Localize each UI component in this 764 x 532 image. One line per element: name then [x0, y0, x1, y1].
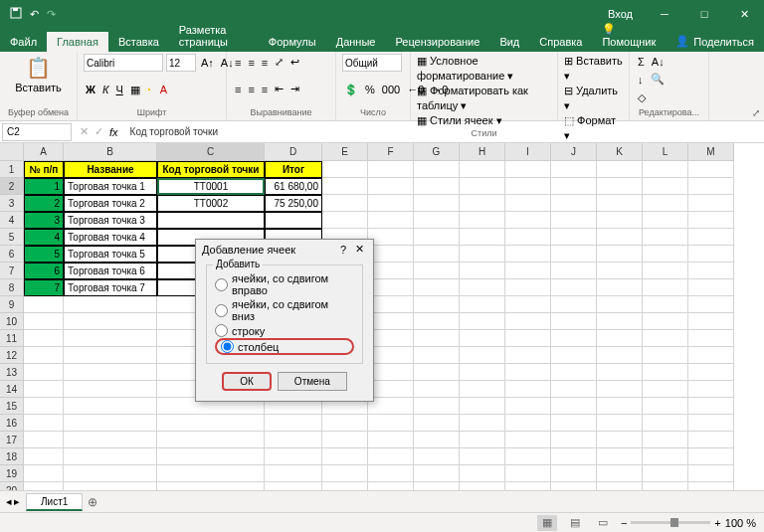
cell[interactable] — [551, 296, 597, 313]
cell[interactable] — [643, 229, 688, 246]
indent-dec-icon[interactable]: ⇤ — [273, 81, 286, 97]
cell[interactable] — [597, 178, 643, 195]
tab-formulas[interactable]: Формулы — [259, 32, 326, 52]
view-break-icon[interactable]: ▭ — [593, 515, 613, 531]
cell[interactable] — [414, 212, 460, 229]
cell[interactable] — [551, 330, 597, 347]
cell[interactable] — [688, 161, 734, 178]
col-header[interactable]: C — [157, 143, 265, 161]
dialog-close-button[interactable]: ✕ — [351, 243, 367, 256]
cell[interactable] — [551, 313, 597, 330]
cell[interactable] — [505, 212, 551, 229]
sheet-next-icon[interactable]: ▸ — [14, 495, 20, 508]
cell[interactable] — [157, 415, 265, 432]
col-header[interactable]: A — [24, 143, 64, 161]
comma-icon[interactable]: 000 — [380, 82, 402, 97]
row-header[interactable]: 14 — [0, 381, 24, 398]
cell[interactable] — [414, 364, 460, 381]
cell[interactable] — [368, 212, 414, 229]
cell[interactable] — [643, 246, 688, 263]
cell[interactable] — [551, 432, 597, 448]
cell[interactable]: 6 — [24, 263, 64, 279]
cell[interactable] — [368, 415, 414, 432]
cell[interactable] — [265, 448, 322, 465]
cell[interactable] — [322, 195, 368, 212]
cell[interactable] — [688, 347, 734, 364]
font-size-select[interactable] — [166, 54, 196, 72]
sort-icon[interactable]: A↓ — [650, 54, 667, 70]
cell[interactable] — [505, 178, 551, 195]
cell[interactable] — [368, 313, 414, 330]
currency-icon[interactable]: 💲 — [342, 82, 360, 98]
tab-home[interactable]: Главная — [47, 32, 108, 52]
cell[interactable] — [414, 195, 460, 212]
cell[interactable] — [505, 347, 551, 364]
cell[interactable] — [414, 178, 460, 195]
row-header[interactable]: 6 — [0, 246, 24, 263]
close-button[interactable]: ✕ — [724, 0, 764, 28]
cell[interactable] — [643, 178, 688, 195]
cell[interactable] — [597, 330, 643, 347]
cell[interactable] — [643, 448, 688, 465]
cell[interactable]: 3 — [24, 212, 64, 229]
cell[interactable] — [368, 161, 414, 178]
cell[interactable] — [551, 448, 597, 465]
cell[interactable] — [597, 246, 643, 263]
cell[interactable] — [688, 296, 734, 313]
row-header[interactable]: 17 — [0, 432, 24, 448]
percent-icon[interactable]: % — [363, 82, 377, 97]
cell[interactable] — [551, 246, 597, 263]
row-header[interactable]: 8 — [0, 279, 24, 296]
cell[interactable] — [551, 212, 597, 229]
paste-button[interactable]: 📋Вставить — [6, 54, 71, 95]
cell[interactable] — [688, 330, 734, 347]
cell[interactable] — [322, 415, 368, 432]
align-top-icon[interactable]: ≡ — [233, 55, 243, 71]
cell[interactable] — [643, 296, 688, 313]
cell[interactable] — [643, 364, 688, 381]
cell[interactable] — [597, 195, 643, 212]
dialog-ok-button[interactable]: ОК — [222, 372, 272, 391]
zoom-level[interactable]: 100 % — [725, 517, 756, 529]
cell[interactable] — [597, 448, 643, 465]
fill-color-icon[interactable]: 🞍 — [145, 82, 155, 97]
cell[interactable] — [505, 415, 551, 432]
col-header[interactable]: G — [414, 143, 460, 161]
cell[interactable] — [64, 415, 157, 432]
cell[interactable]: Торговая точка 3 — [64, 212, 157, 229]
tab-assist[interactable]: 💡 Помощник — [592, 19, 666, 52]
cell[interactable] — [505, 296, 551, 313]
cell[interactable] — [505, 229, 551, 246]
cell[interactable] — [643, 398, 688, 415]
cell[interactable] — [551, 415, 597, 432]
cell[interactable] — [414, 263, 460, 279]
cell[interactable] — [460, 364, 505, 381]
cell[interactable] — [551, 161, 597, 178]
cell[interactable] — [414, 279, 460, 296]
cell[interactable] — [322, 432, 368, 448]
cancel-fx-icon[interactable]: ✕ — [78, 123, 91, 140]
italic-button[interactable]: К — [100, 82, 110, 97]
opt-column[interactable]: столбец — [215, 338, 354, 355]
cell[interactable] — [597, 279, 643, 296]
cell[interactable] — [460, 161, 505, 178]
cell[interactable] — [157, 432, 265, 448]
cell[interactable] — [551, 347, 597, 364]
cell[interactable] — [414, 313, 460, 330]
cell[interactable]: Код торговой точки — [157, 161, 265, 178]
cell[interactable] — [64, 330, 157, 347]
cell[interactable] — [24, 398, 64, 415]
fx-icon[interactable]: fx — [107, 123, 120, 140]
font-color-icon[interactable]: A — [158, 82, 169, 97]
merge-icon[interactable]: ⇥ — [288, 81, 301, 97]
maximize-button[interactable]: □ — [684, 0, 724, 28]
share-button[interactable]: 👤Поделиться — [666, 31, 764, 52]
cell[interactable] — [64, 448, 157, 465]
cells-insert-button[interactable]: ⊞ Вставить ▾ — [564, 54, 623, 84]
cell[interactable] — [551, 263, 597, 279]
cell[interactable] — [643, 195, 688, 212]
cell[interactable] — [64, 347, 157, 364]
tab-help[interactable]: Справка — [529, 32, 592, 52]
cell[interactable] — [505, 195, 551, 212]
cell[interactable] — [322, 178, 368, 195]
